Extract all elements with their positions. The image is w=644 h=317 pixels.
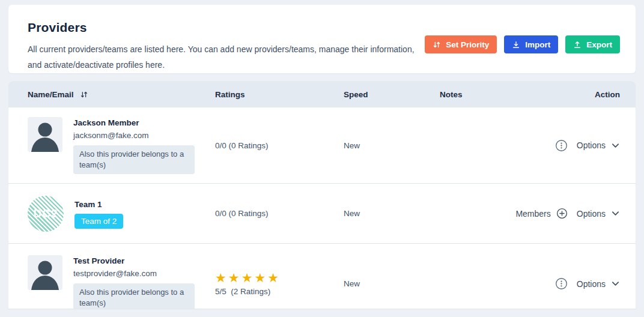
provider-name: Jackson Member	[73, 117, 195, 127]
table-row-jackson-member: Jackson Member jacksonm@fake.com Also th…	[8, 107, 636, 183]
chevron-down-icon[interactable]	[611, 279, 620, 288]
more-info-icon[interactable]	[555, 139, 568, 152]
column-header-speed: Speed	[344, 90, 440, 99]
speed-cell: New	[344, 279, 440, 288]
table-header-row: Name/Email Ratings Speed Notes Action	[8, 81, 636, 107]
table-row-team-1: DC2 Team 1 Team of 2 0/0 (0 Ratings) New…	[8, 183, 636, 243]
speed-cell: New	[344, 141, 440, 150]
name-cell: DC2 Team 1 Team of 2	[28, 196, 215, 232]
team-name: Team 1	[74, 199, 123, 209]
ratings-cell: ★★★★★ 5/5 (2 Ratings)	[215, 271, 344, 296]
import-label: Import	[525, 40, 550, 49]
chevron-down-icon[interactable]	[611, 141, 620, 150]
providers-table: Name/Email Ratings Speed Notes Action	[8, 81, 636, 309]
team-membership-note: Also this provider belongs to a team(s)	[73, 283, 195, 309]
provider-email: jacksonm@fake.com	[73, 131, 195, 140]
options-button[interactable]: Options	[577, 279, 606, 289]
provider-info: Test Provider testprovider@fake.com Also…	[73, 255, 195, 309]
ratings-cell: 0/0 (0 Ratings)	[215, 141, 344, 150]
upload-icon	[573, 40, 582, 49]
page-header-card: Providers All current providers/teams ar…	[8, 5, 636, 73]
provider-name: Test Provider	[73, 255, 195, 265]
sort-arrows-icon	[433, 40, 441, 49]
name-cell: Jackson Member jacksonm@fake.com Also th…	[28, 117, 215, 174]
team-avatar-initials: DC2	[33, 207, 58, 220]
person-avatar	[28, 255, 62, 290]
team-membership-note: Also this provider belongs to a team(s)	[73, 145, 195, 174]
rating-score: 5/5 (2 Ratings)	[215, 287, 344, 296]
column-header-ratings: Ratings	[215, 90, 344, 99]
page-header-text: Providers All current providers/teams ar…	[28, 20, 415, 73]
set-priority-button[interactable]: Set Priority	[425, 35, 497, 53]
options-button[interactable]: Options	[577, 209, 606, 219]
ratings-cell: 0/0 (0 Ratings)	[215, 209, 344, 218]
more-info-icon[interactable]	[555, 277, 568, 290]
person-avatar	[28, 117, 62, 152]
sort-icon[interactable]	[80, 90, 88, 99]
column-header-action: Action	[595, 90, 620, 99]
page-title: Providers	[28, 20, 415, 35]
team-info: Team 1 Team of 2	[74, 199, 123, 229]
column-header-name-email-label: Name/Email	[28, 90, 74, 99]
add-member-plus-icon[interactable]	[556, 208, 568, 219]
name-cell: Test Provider testprovider@fake.com Also…	[28, 255, 215, 309]
action-cell: Options	[555, 277, 620, 290]
options-button[interactable]: Options	[577, 140, 606, 150]
team-size-badge: Team of 2	[74, 214, 123, 229]
chevron-down-icon[interactable]	[611, 209, 620, 218]
page-description-line1: All current providers/teams are listed h…	[28, 41, 415, 57]
page-description-line2: and activate/deactivate profiles here.	[28, 57, 415, 73]
provider-info: Jackson Member jacksonm@fake.com Also th…	[73, 117, 195, 174]
column-header-name-email[interactable]: Name/Email	[28, 90, 215, 99]
export-label: Export	[586, 40, 612, 49]
export-button[interactable]: Export	[565, 35, 620, 53]
page-description: All current providers/teams are listed h…	[28, 41, 415, 73]
column-header-notes: Notes	[440, 90, 595, 99]
team-avatar: DC2	[28, 196, 64, 232]
download-icon	[512, 40, 520, 49]
set-priority-label: Set Priority	[446, 40, 489, 49]
members-button[interactable]: Members	[515, 209, 550, 219]
action-cell: Members Options	[515, 208, 620, 219]
star-rating: ★★★★★	[215, 271, 344, 285]
action-cell: Options	[555, 139, 620, 152]
provider-email: testprovider@fake.com	[73, 269, 195, 278]
import-button[interactable]: Import	[504, 35, 558, 53]
speed-cell: New	[344, 209, 440, 218]
toolbar: Set Priority Import Export	[425, 35, 620, 73]
table-row-test-provider: Test Provider testprovider@fake.com Also…	[8, 243, 636, 309]
